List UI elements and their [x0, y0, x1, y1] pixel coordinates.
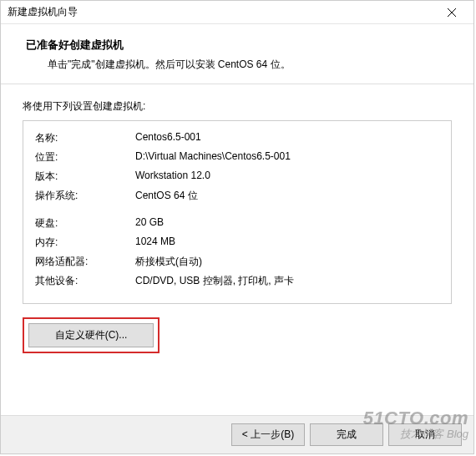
summary-row: 名称: Centos6.5-001	[35, 131, 439, 145]
summary-row: 操作系统: CentOS 64 位	[35, 189, 439, 203]
wizard-header: 已准备好创建虚拟机 单击"完成"创建虚拟机。然后可以安装 CentOS 64 位…	[1, 24, 473, 84]
wizard-description: 单击"完成"创建虚拟机。然后可以安装 CentOS 64 位。	[48, 58, 457, 72]
summary-row: 硬盘: 20 GB	[35, 216, 439, 231]
finish-button[interactable]: 完成	[310, 423, 383, 446]
back-button[interactable]: < 上一步(B)	[231, 423, 305, 446]
summary-row: 版本: Workstation 12.0	[35, 170, 439, 184]
summary-row-label: 位置:	[35, 150, 135, 165]
summary-row: 其他设备: CD/DVD, USB 控制器, 打印机, 声卡	[35, 274, 439, 288]
summary-row-value: CentOS 64 位	[135, 189, 439, 203]
summary-row-label: 操作系统:	[35, 189, 135, 203]
summary-row-value: 桥接模式(自动)	[135, 255, 439, 269]
summary-box: 名称: Centos6.5-001 位置: D:\Virtual Machine…	[23, 120, 452, 304]
summary-row-label: 网络适配器:	[35, 255, 135, 269]
summary-row-value: 1024 MB	[135, 236, 439, 250]
customize-highlight: 自定义硬件(C)...	[23, 317, 160, 353]
wizard-window: 新建虚拟机向导 已准备好创建虚拟机 单击"完成"创建虚拟机。然后可以安装 Cen…	[0, 0, 474, 454]
summary-row-label: 内存:	[35, 236, 135, 250]
summary-row-label: 硬盘:	[35, 216, 135, 231]
summary-row: 网络适配器: 桥接模式(自动)	[35, 255, 439, 269]
wizard-content: 将使用下列设置创建虚拟机: 名称: Centos6.5-001 位置: D:\V…	[1, 84, 473, 362]
summary-row-value: Centos6.5-001	[135, 131, 439, 145]
summary-row: 内存: 1024 MB	[35, 236, 439, 250]
summary-row-label: 版本:	[35, 170, 135, 184]
summary-row-label: 其他设备:	[35, 274, 135, 288]
close-button[interactable]	[437, 2, 467, 23]
summary-row: 位置: D:\Virtual Machines\Centos6.5-001	[35, 150, 439, 165]
window-title: 新建虚拟机向导	[8, 5, 437, 19]
cancel-button[interactable]: 取消	[388, 423, 462, 446]
summary-row-value: 20 GB	[135, 216, 439, 231]
summary-row-value: Workstation 12.0	[135, 170, 439, 184]
customize-hardware-button[interactable]: 自定义硬件(C)...	[28, 323, 154, 347]
close-icon	[448, 8, 456, 17]
wizard-title: 已准备好创建虚拟机	[26, 38, 457, 53]
summary-label: 将使用下列设置创建虚拟机:	[23, 99, 452, 114]
summary-row-label: 名称:	[35, 131, 135, 145]
titlebar: 新建虚拟机向导	[1, 1, 473, 24]
summary-row-value: CD/DVD, USB 控制器, 打印机, 声卡	[135, 274, 439, 288]
wizard-footer: < 上一步(B) 完成 取消	[1, 415, 473, 453]
summary-row-value: D:\Virtual Machines\Centos6.5-001	[135, 150, 439, 165]
